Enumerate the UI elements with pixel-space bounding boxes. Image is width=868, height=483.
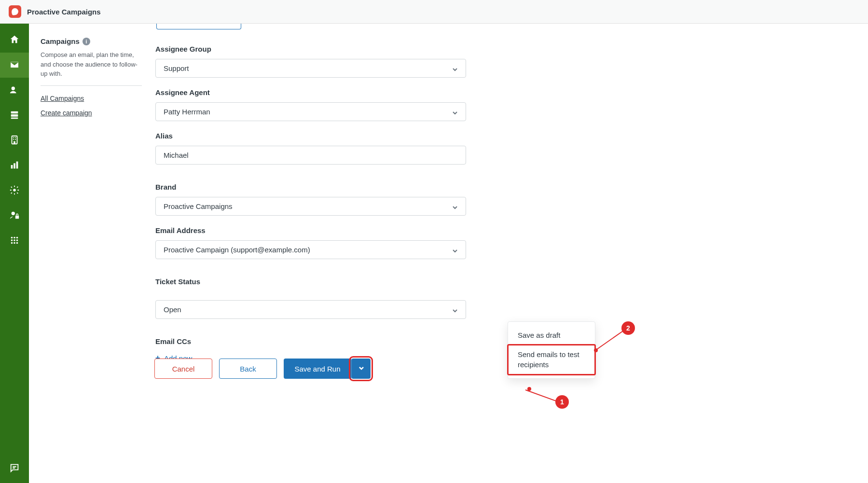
info-icon[interactable]: i [83,38,90,45]
chevron-down-icon [452,109,458,115]
svg-point-17 [14,236,15,238]
label-email-address: Email Address [155,226,469,235]
svg-point-19 [11,239,13,241]
input-alias[interactable]: Michael [155,146,466,165]
svg-rect-10 [11,165,13,168]
svg-rect-9 [14,141,15,144]
select-ticket-status[interactable]: Open [155,300,466,319]
users-icon [9,84,20,97]
nav-permissions[interactable] [0,203,29,228]
action-row: Cancel Back Save and Run [154,359,468,379]
select-value: Support [164,64,189,72]
cancel-button[interactable]: Cancel [154,359,212,379]
menu-save-as-draft[interactable]: Save as draft [508,326,595,345]
svg-rect-7 [13,139,14,140]
svg-point-20 [14,239,15,241]
home-icon [9,34,20,46]
svg-point-13 [13,189,16,192]
link-create-campaign[interactable]: Create campaign [41,109,142,117]
gear-icon [9,185,20,197]
layers-icon [9,110,20,122]
label-assignee-group: Assignee Group [155,45,469,53]
select-value: Proactive Campaigns [164,202,233,210]
svg-point-22 [11,242,13,244]
svg-point-0 [12,86,15,90]
left-nav-rail [0,24,29,483]
label-email-ccs: Email CCs [155,337,469,345]
link-all-campaigns[interactable]: All Campaigns [41,95,142,102]
sidebar-title: Campaigns i [41,37,90,45]
back-button[interactable]: Back [219,359,277,379]
chevron-down-icon [452,307,458,313]
nav-inbox[interactable] [0,103,29,128]
svg-rect-1 [11,111,18,113]
user-lock-icon [9,210,20,222]
svg-point-24 [16,242,18,244]
select-email-address[interactable]: Proactive Campaign (support@example.com) [155,240,466,259]
svg-point-16 [11,236,13,238]
annotation-marker-2: 2 [621,321,635,335]
app-logo-icon [9,5,21,18]
select-brand[interactable]: Proactive Campaigns [155,197,466,216]
svg-rect-15 [15,215,19,218]
app-title: Proactive Campaigns [27,8,101,16]
nav-contacts[interactable] [0,78,29,103]
chevron-down-icon [452,204,458,209]
save-and-run-split-button[interactable] [351,359,371,379]
chat-icon [9,463,20,475]
svg-rect-3 [11,117,18,119]
select-value: Proactive Campaign (support@example.com) [164,246,310,254]
annotation-marker-1: 1 [555,395,569,409]
label-alias: Alias [155,132,469,140]
svg-rect-6 [15,137,16,138]
select-assignee-group[interactable]: Support [155,59,466,78]
svg-point-21 [16,239,18,241]
menu-send-test-emails[interactable]: Send emails to test recipients [508,345,595,374]
svg-point-14 [12,211,15,215]
save-options-menu: Save as draft Send emails to test recipi… [508,321,595,379]
label-ticket-status: Ticket Status [155,277,469,286]
select-value: Open [164,305,181,314]
label-brand: Brand [155,183,469,191]
svg-point-23 [14,242,15,244]
svg-rect-2 [11,114,18,117]
nav-chat[interactable] [0,454,29,483]
nav-settings[interactable] [0,178,29,203]
main-content: Assignee Group Support Assignee Agent Pa… [153,24,868,483]
select-value: Patty Herrman [164,108,210,116]
chevron-down-icon [452,247,458,253]
grid-icon [9,235,20,247]
nav-mail[interactable] [0,53,29,78]
label-assignee-agent: Assignee Agent [155,88,469,97]
svg-point-18 [16,236,18,238]
prev-field-remnant [156,24,241,29]
mail-icon [9,59,20,71]
input-value: Michael [164,151,189,159]
save-and-run-button[interactable]: Save and Run [284,359,351,379]
building-icon [9,135,20,147]
sidebar-description: Compose an email, plan the time, and cho… [41,50,142,86]
chevron-down-icon [452,66,458,71]
select-assignee-agent[interactable]: Patty Herrman [155,102,466,121]
chevron-down-icon [358,365,364,373]
nav-reports[interactable] [0,153,29,178]
svg-rect-11 [14,163,15,168]
svg-rect-12 [16,161,18,168]
top-bar: Proactive Campaigns [0,0,868,24]
nav-apps[interactable] [0,228,29,253]
nav-home[interactable] [0,28,29,53]
nav-org[interactable] [0,128,29,153]
svg-rect-5 [13,137,14,138]
svg-rect-8 [15,139,16,140]
campaigns-sidebar: Campaigns i Compose an email, plan the t… [29,24,153,124]
bar-chart-icon [9,160,20,172]
